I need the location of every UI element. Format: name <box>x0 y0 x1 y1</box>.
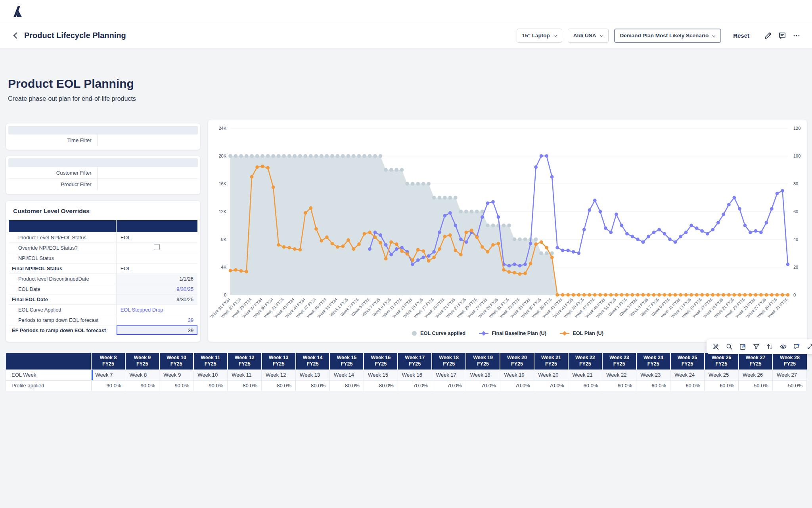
profile-table-cell[interactable]: 90.0% <box>91 380 125 391</box>
profile-table-cell[interactable]: Week 14 <box>329 369 364 380</box>
profile-table-cell[interactable]: Week 13 <box>296 369 330 380</box>
anaplan-logo-icon[interactable] <box>11 5 24 18</box>
profile-table-column-header[interactable]: Week 26FY25 <box>705 353 739 369</box>
eol-chart-card: 24K12020K10016K8012K608K404K2000Week 31 … <box>208 119 807 342</box>
edit-disabled-icon[interactable] <box>712 343 720 350</box>
profile-table-cell[interactable]: Week 19 <box>500 369 534 380</box>
expand-icon[interactable] <box>806 343 812 350</box>
profile-table-cell[interactable]: Week 22 <box>602 369 636 380</box>
profile-table-column-header[interactable]: Week 15FY25 <box>329 353 364 369</box>
profile-table-column-header[interactable]: Week 27FY25 <box>739 353 773 369</box>
selected-cell[interactable]: 39 <box>117 325 197 335</box>
show-hide-icon[interactable] <box>779 343 787 350</box>
profile-table-cell[interactable]: Week 25 <box>705 369 739 380</box>
profile-table-column-header[interactable]: Week 22FY25 <box>568 353 602 369</box>
profile-table-column-header[interactable]: Week 20FY25 <box>500 353 534 369</box>
filter-icon[interactable] <box>753 343 760 350</box>
profile-table-cell[interactable]: Week 24 <box>670 369 705 380</box>
profile-table-cell[interactable]: 50.0% <box>772 380 806 391</box>
profile-table-cell[interactable]: 80.0% <box>228 380 262 391</box>
profile-table-cell[interactable]: 80.0% <box>262 380 296 391</box>
profile-table-column-header[interactable]: Week 9FY25 <box>125 353 159 369</box>
profile-table-column-header[interactable]: Week 24FY25 <box>636 353 670 369</box>
profile-table-cell[interactable]: 60.0% <box>670 380 705 391</box>
customer-dropdown[interactable]: Aldi USA <box>568 29 609 43</box>
profile-table-cell[interactable]: 50.0% <box>739 380 773 391</box>
profile-table-column-header[interactable]: Week 10FY25 <box>159 353 193 369</box>
profile-table-cell[interactable]: Week 15 <box>364 369 398 380</box>
profile-table-cell[interactable]: Week 16 <box>398 369 432 380</box>
search-icon[interactable] <box>726 343 733 350</box>
overrides-row: EOL Date9/30/25 <box>9 284 197 294</box>
product-filter-value[interactable] <box>98 179 198 190</box>
profile-table-cell[interactable]: Week 18 <box>466 369 500 380</box>
profile-table-column-header[interactable]: Week 14FY25 <box>296 353 330 369</box>
profile-table-column-header[interactable]: Week 12FY25 <box>228 353 262 369</box>
overrides-row-label: Final NPI/EOL Status <box>9 263 116 273</box>
profile-table-cell[interactable]: 70.0% <box>500 380 534 391</box>
profile-table-column-header[interactable]: Week 8FY25 <box>91 353 125 369</box>
profile-table-cell[interactable]: Week 23 <box>636 369 670 380</box>
overrides-row-value[interactable]: 9/30/25 <box>116 284 197 294</box>
open-in-app-icon[interactable] <box>739 343 747 350</box>
customer-filter-value[interactable] <box>98 167 198 178</box>
profile-table-cell[interactable]: 70.0% <box>466 380 500 391</box>
device-dropdown[interactable]: 15" Laptop <box>517 29 562 43</box>
profile-table-column-header[interactable]: Week 23FY25 <box>602 353 636 369</box>
profile-table-column-header[interactable]: Week 19FY25 <box>466 353 500 369</box>
add-comment-icon[interactable] <box>793 343 801 350</box>
time-filter-value[interactable] <box>98 135 198 146</box>
profile-table-cell[interactable]: Week 7 <box>91 369 125 380</box>
profile-table-cell[interactable]: Week 9 <box>159 369 193 380</box>
profile-table-cell[interactable]: Week 27 <box>772 369 806 380</box>
sort-icon[interactable] <box>766 343 774 350</box>
profile-table-cell[interactable]: 60.0% <box>705 380 739 391</box>
profile-table-column-header[interactable]: Week 17FY25 <box>398 353 432 369</box>
back-chevron-icon[interactable] <box>13 33 20 39</box>
profile-table-column-header[interactable]: Week 18FY25 <box>432 353 466 369</box>
pencil-icon[interactable] <box>764 31 772 40</box>
profile-table-cell[interactable]: 60.0% <box>636 380 670 391</box>
app-root: Product Lifecycle Planning 15" Laptop Al… <box>0 0 812 508</box>
profile-table-column-header[interactable]: Week 13FY25 <box>262 353 296 369</box>
legend-item[interactable]: EOL Plan (U) <box>560 330 603 336</box>
svg-text:Week 31 FY26: Week 31 FY26 <box>767 297 789 319</box>
profile-table-cell[interactable]: Week 12 <box>262 369 296 380</box>
profile-table-cell[interactable]: Week 11 <box>228 369 262 380</box>
checkbox-icon[interactable] <box>154 244 160 250</box>
profile-table-column-header[interactable]: Week 28FY25 <box>772 353 806 369</box>
profile-table-cell[interactable]: 80.0% <box>296 380 330 391</box>
profile-table-cell[interactable]: Week 21 <box>568 369 602 380</box>
scenario-dropdown[interactable]: Demand Plan Most Likely Scenario <box>614 29 722 43</box>
overrides-row-value[interactable]: EOL Stepped Drop <box>116 304 197 315</box>
more-icon[interactable] <box>792 31 801 40</box>
profile-table-cell[interactable]: 90.0% <box>159 380 193 391</box>
profile-table-column-header[interactable]: Week 11FY25 <box>193 353 228 369</box>
override-checkbox-cell[interactable] <box>116 242 197 253</box>
profile-table-cell[interactable]: 80.0% <box>329 380 364 391</box>
profile-table-cell[interactable]: 60.0% <box>602 380 636 391</box>
profile-table-cell[interactable]: 90.0% <box>125 380 159 391</box>
legend-label: Final Baseline Plan (U) <box>492 330 546 336</box>
profile-table-column-header[interactable]: Week 21FY25 <box>534 353 568 369</box>
profile-table-cell[interactable]: Week 8 <box>125 369 159 380</box>
reset-button[interactable]: Reset <box>733 32 749 39</box>
profile-table-column-header[interactable]: Week 25FY25 <box>670 353 705 369</box>
profile-table-cell[interactable]: 60.0% <box>568 380 602 391</box>
profile-table-cell[interactable]: 70.0% <box>432 380 466 391</box>
profile-table-cell[interactable]: 70.0% <box>534 380 568 391</box>
legend-item[interactable]: EOL Curve applied <box>412 330 465 336</box>
overrides-row-value[interactable]: 39 <box>116 315 197 325</box>
comment-icon[interactable] <box>778 31 787 40</box>
profile-table-cell[interactable]: 80.0% <box>364 380 398 391</box>
profile-table-cell[interactable]: 70.0% <box>398 380 432 391</box>
overrides-row-value[interactable]: 39 <box>116 325 197 335</box>
profile-table-cell[interactable]: Week 17 <box>432 369 466 380</box>
profile-table-cell[interactable]: 90.0% <box>193 380 228 391</box>
profile-table-cell[interactable]: Week 10 <box>193 369 228 380</box>
profile-table-cell[interactable]: Week 26 <box>739 369 773 380</box>
profile-table-cell[interactable]: Week 20 <box>534 369 568 380</box>
profile-table-column-header[interactable]: Week 16FY25 <box>364 353 398 369</box>
svg-text:12K: 12K <box>218 209 226 214</box>
legend-item[interactable]: Final Baseline Plan (U) <box>479 330 546 336</box>
